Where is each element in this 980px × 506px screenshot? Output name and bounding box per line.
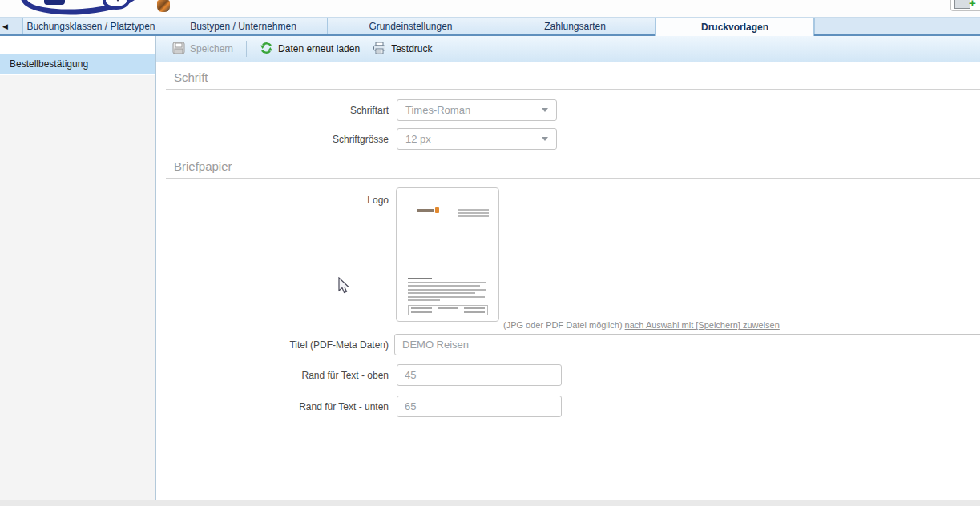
section-divider (166, 89, 980, 90)
letterhead-address-line (458, 212, 489, 214)
mouse-cursor (338, 277, 352, 295)
tab-scroll-left[interactable]: ◀ (0, 18, 22, 34)
schriftart-value: Times-Roman (405, 104, 470, 116)
logo-hint-text: (JPG oder PDF Datei möglich) (503, 320, 625, 330)
save-button[interactable]: Speichern (166, 38, 240, 60)
tab-zahlungsarten[interactable]: Zahlungsarten (494, 18, 655, 34)
refresh-icon (260, 42, 273, 57)
letterhead-address-line (458, 209, 489, 211)
schriftgroesse-select[interactable]: 12 px (397, 128, 557, 150)
tab-grundeinstellungen[interactable]: Grundeinstellungen (327, 18, 494, 34)
tab-buchungsklassen-platztypen[interactable]: Buchungsklassen / Platztypen (22, 18, 159, 34)
app-logo-letter (44, 0, 65, 5)
section-divider (166, 178, 980, 179)
toolbar: Speichern Daten erneut laden (156, 36, 980, 62)
app-root: + ◀ Buchungsklassen / Platztypen Bustype… (0, 0, 980, 506)
app-header-icon (157, 0, 170, 12)
toolbar-separator (246, 41, 247, 57)
letterhead-text-line (408, 278, 432, 279)
new-item-button[interactable]: + (950, 0, 980, 11)
letterhead-text-line (408, 292, 475, 294)
schriftart-label: Schriftart (166, 105, 389, 116)
section-title-schrift: Schrift (174, 70, 208, 84)
letterhead-address-line (458, 215, 489, 217)
save-button-label: Speichern (190, 43, 233, 54)
reload-button-label: Daten erneut laden (278, 43, 360, 54)
card-icon (954, 0, 970, 9)
letterhead-logo-mark (435, 207, 439, 213)
tab-bar: ◀ Buchungsklassen / Platztypen Bustypen … (0, 17, 980, 36)
section-title-briefpapier: Briefpapier (174, 159, 232, 173)
testprint-button-label: Testdruck (391, 43, 432, 54)
testprint-button[interactable]: Testdruck (366, 38, 438, 60)
header-band: + (0, 0, 980, 17)
letterhead-text-line (408, 285, 480, 287)
rand-oben-label: Rand für Text - oben (166, 370, 389, 381)
tab-druckvorlagen[interactable]: Druckvorlagen (655, 18, 814, 36)
logo-hint: (JPG oder PDF Datei möglich) nach Auswah… (503, 320, 780, 330)
logo-assign-link[interactable]: nach Auswahl mit [Speichern] zuweisen (625, 320, 780, 330)
sidebar-item-bestellbestaetigung[interactable]: Bestellbestätigung (0, 54, 155, 74)
printer-icon (373, 42, 386, 57)
rand-unten-label: Rand für Text - unten (166, 401, 389, 412)
logo-label: Logo (166, 195, 389, 206)
reload-button[interactable]: Daten erneut laden (253, 38, 366, 60)
letterhead-text-line (408, 282, 486, 283)
letterhead-text-line (408, 296, 485, 298)
schriftgroesse-value: 12 px (405, 133, 431, 145)
chevron-left-icon: ◀ (2, 22, 8, 30)
app-logo-arrow (113, 0, 123, 2)
titel-input[interactable] (394, 334, 980, 355)
chevron-down-icon (542, 108, 548, 112)
rand-oben-input[interactable] (397, 364, 562, 386)
letterhead-logo-text (417, 209, 434, 212)
horizontal-scrollbar[interactable] (0, 500, 980, 506)
sidebar: Bestellbestätigung (0, 36, 156, 506)
save-icon (172, 42, 185, 57)
sidebar-empty-area (0, 75, 155, 506)
logo-preview[interactable] (396, 187, 499, 322)
schriftart-select[interactable]: Times-Roman (397, 99, 557, 121)
letterhead-text-line (408, 299, 440, 301)
tab-bustypen-unternehmen[interactable]: Bustypen / Unternehmen (159, 18, 327, 34)
rand-unten-input[interactable] (397, 396, 562, 417)
plus-icon: + (969, 0, 979, 8)
titel-label: Titel (PDF-Meta Daten) (166, 339, 389, 351)
letterhead-footer-table (408, 305, 488, 315)
schriftgroesse-label: Schriftgrösse (166, 134, 389, 145)
tab-bar-filler (814, 18, 980, 34)
letterhead-text-line (408, 289, 486, 291)
chevron-down-icon (542, 137, 548, 141)
